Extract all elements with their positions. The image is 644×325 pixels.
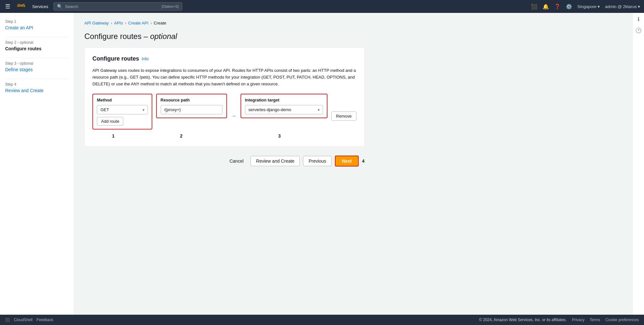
breadcrumb-apis[interactable]: APIs [114,21,123,25]
resource-section: Resource path [156,94,227,118]
sidebar-link-review-create[interactable]: Review and Create [5,88,43,93]
card-title: Configure routes [92,55,139,62]
help-icon[interactable]: ❓ [554,4,561,10]
sidebar-divider-2 [5,58,69,58]
step4-label: Step 4 [5,82,69,87]
integration-target-label: Integration target [245,98,323,102]
hamburger-menu[interactable]: ☰ [4,2,12,11]
cloudshell-label[interactable]: CloudShell [14,318,33,322]
settings-icon[interactable]: ⚙️ [566,4,572,10]
search-shortcut: [Option+S] [162,5,179,8]
number-label-2: 2 [146,133,217,139]
sidebar-step1: Step 1 Create an API [5,19,69,30]
breadcrumb-sep-2: › [125,21,126,25]
info-link[interactable]: Info [142,56,149,61]
footer-terms[interactable]: Terms [590,318,600,322]
configure-routes-card: Configure routes Info API Gateway uses r… [84,47,365,147]
top-nav: ☰ Services 🔍 [Option+S] ⬛ 🔔 ❓ ⚙️ Singapo… [0,0,644,13]
footer: ⬛ CloudShell Feedback © 2024, Amazon Web… [0,315,644,325]
integration-section: Integration target serverles-django-demo [241,94,327,118]
cloudshell-icon: ⬛ [5,318,10,322]
number-labels: 1 2 3 [92,133,356,139]
integration-select[interactable]: serverles-django-demo [245,105,323,114]
action-row: Cancel Review and Create Previous Next 4 [84,156,365,167]
search-bar[interactable]: 🔍 [Option+S] [53,2,182,11]
number-label-4: 4 [362,158,365,164]
sidebar-divider-3 [5,79,69,79]
main-content: API Gateway › APIs › Create API › Create… [74,13,632,315]
route-row: Method ANY GET POST PUT PATCH DELETE HEA… [92,94,356,129]
step3-label: Step 3 - optional [5,61,69,66]
sidebar-step3: Step 3 - optional Define stages [5,61,69,72]
services-nav[interactable]: Services [32,4,48,9]
footer-copyright: © 2024, Amazon Web Services, Inc. or its… [479,318,567,322]
sidebar-link-create-api[interactable]: Create an API [5,25,33,30]
sidebar-link-configure-routes[interactable]: Configure routes [5,46,42,51]
main-layout: Step 1 Create an API Step 2 - optional C… [0,13,644,315]
step1-label: Step 1 [5,19,69,24]
method-section: Method ANY GET POST PUT PATCH DELETE HEA… [92,94,152,129]
method-select[interactable]: ANY GET POST PUT PATCH DELETE HEAD OPTIO… [97,105,148,114]
breadcrumb-sep-1: › [111,21,112,25]
feedback-label[interactable]: Feedback [36,318,53,322]
right-panel: ℹ 🕐 [632,13,644,315]
add-route-button[interactable]: Add route [97,117,123,126]
breadcrumb-api-gateway[interactable]: API Gateway [84,21,109,25]
bell-icon[interactable]: 🔔 [543,4,549,10]
method-label: Method [97,98,148,102]
previous-button[interactable]: Previous [303,156,331,166]
number-label-1: 1 [92,133,134,139]
nav-right: ⬛ 🔔 ❓ ⚙️ Singapore ▾ admin @ 2ktarus ▾ [531,4,640,10]
breadcrumb-create-api[interactable]: Create API [128,21,148,25]
breadcrumb: API Gateway › APIs › Create API › Create [84,21,622,25]
footer-right: © 2024, Amazon Web Services, Inc. or its… [479,318,639,322]
number-label-3: 3 [236,133,323,139]
review-create-button[interactable]: Review and Create [251,156,300,166]
method-select-wrapper: ANY GET POST PUT PATCH DELETE HEAD OPTIO… [97,105,148,114]
user-menu[interactable]: admin @ 2ktarus ▾ [605,4,640,9]
clock-icon[interactable]: 🕐 [635,27,642,33]
footer-cookie-preferences[interactable]: Cookie preferences [605,318,639,322]
search-icon: 🔍 [57,4,62,9]
region-selector[interactable]: Singapore ▾ [577,4,600,9]
aws-logo [17,3,27,10]
search-input[interactable] [65,4,159,9]
resource-path-label: Resource path [161,98,223,102]
card-description: API Gateway uses routes to expose integr… [92,67,356,87]
footer-left: ⬛ CloudShell Feedback [5,318,53,322]
integration-select-wrapper: serverles-django-demo [245,105,323,114]
sidebar-step2: Step 2 - optional Configure routes [5,40,69,51]
terminal-icon[interactable]: ⬛ [531,4,537,10]
footer-privacy[interactable]: Privacy [572,318,584,322]
arrow-separator: → [231,113,237,119]
breadcrumb-sep-3: › [150,21,152,25]
sidebar-step4: Step 4 Review and Create [5,82,69,93]
sidebar-link-define-stages[interactable]: Define stages [5,67,33,72]
card-header: Configure routes Info [92,55,356,62]
page-title: Configure routes – optional [84,32,622,41]
cancel-button[interactable]: Cancel [226,157,248,166]
sidebar: Step 1 Create an API Step 2 - optional C… [0,13,74,315]
resource-path-input[interactable] [161,105,223,114]
remove-button[interactable]: Remove [331,111,356,121]
page-title-prefix: Configure routes – [84,32,150,41]
info-panel-icon[interactable]: ℹ [638,16,639,22]
sidebar-divider-1 [5,37,69,37]
page-title-italic: optional [150,32,177,41]
step2-label: Step 2 - optional [5,40,69,45]
next-button[interactable]: Next [335,156,359,167]
breadcrumb-current: Create [154,21,166,25]
